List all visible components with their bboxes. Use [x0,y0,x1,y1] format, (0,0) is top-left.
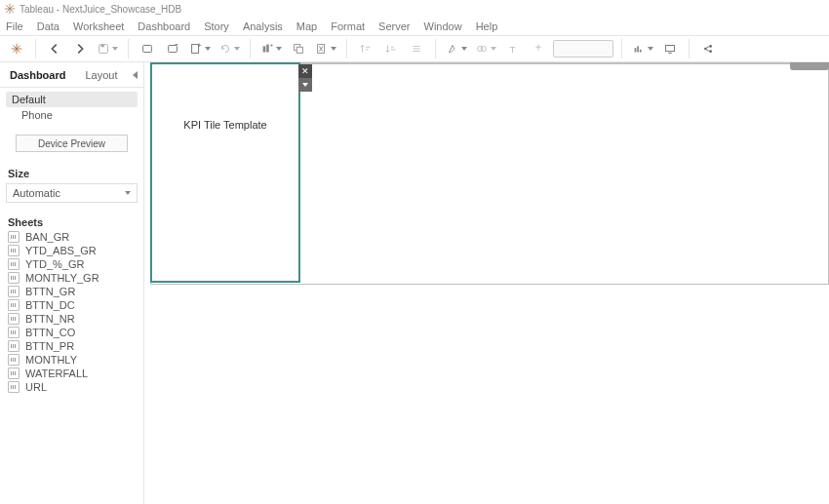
tab-dashboard[interactable]: Dashboard [0,62,75,87]
drag-handle[interactable] [790,62,829,70]
sort-desc-button[interactable] [380,38,402,59]
menu-server[interactable]: Server [378,20,410,32]
sidebar-tabs: Dashboard Layout [0,62,143,88]
toolbar: + + T [0,35,829,62]
worksheet-icon [8,313,20,325]
presentation-button[interactable] [659,38,681,59]
new-worksheet-button[interactable]: + [187,38,213,59]
device-preview-button[interactable]: Device Preview [16,135,128,152]
menu-bar: File Data Worksheet Dashboard Story Anal… [0,18,829,35]
new-datasource-button[interactable] [137,38,158,59]
toolbar-search-input[interactable] [553,40,613,58]
duplicate-button[interactable] [288,38,309,59]
svg-rect-16 [266,45,269,53]
tile-remove-button[interactable]: ✕ [298,64,312,78]
menu-help[interactable]: Help [476,20,498,32]
window-title: Tableau - NextJuice_Showcase_HDB [20,4,181,15]
sheet-item[interactable]: YTD_%_GR [4,257,139,271]
svg-rect-34 [637,46,639,52]
clear-button[interactable] [313,38,338,59]
svg-rect-10 [143,46,152,53]
svg-point-31 [481,46,486,51]
svg-rect-15 [263,46,266,52]
highlight-button[interactable] [444,38,469,59]
dashboard-canvas[interactable]: KPI Tile Template ✕ [144,62,829,504]
menu-format[interactable]: Format [331,20,365,32]
svg-rect-36 [666,46,675,52]
sheet-item[interactable]: YTD_ABS_GR [4,244,139,257]
sidebar: Dashboard Layout Default Phone Device Pr… [0,62,144,504]
sort-clear-button[interactable] [406,38,427,59]
menu-analysis[interactable]: Analysis [243,20,283,32]
pause-button[interactable] [162,38,183,59]
swap-button[interactable]: + [258,38,284,59]
sort-asc-button[interactable] [355,38,376,59]
worksheet-icon [8,354,20,366]
menu-map[interactable]: Map [296,20,317,32]
svg-line-41 [706,46,710,48]
tableau-icon[interactable] [6,38,27,59]
svg-text:+: + [270,42,274,48]
tile-menu-button[interactable] [298,78,312,92]
svg-text:+: + [198,42,202,49]
worksheet-icon [8,258,20,270]
device-preview-list: Default Phone [0,88,143,129]
sheet-item[interactable]: BTTN_GR [4,285,139,298]
tableau-logo-icon [4,3,16,15]
menu-dashboard[interactable]: Dashboard [138,20,190,32]
tile-controls: ✕ [298,64,312,92]
svg-rect-33 [635,48,637,52]
sheet-item[interactable]: BTTN_NR [4,312,139,326]
sheets-section-label: Sheets [0,211,143,230]
show-me-button[interactable] [630,38,655,59]
sheet-item[interactable]: URL [4,380,139,394]
sheet-item[interactable]: MONTHLY_GR [4,271,139,285]
menu-window[interactable]: Window [424,20,462,32]
sheet-item[interactable]: BTTN_DC [4,298,139,312]
text-button[interactable]: T [502,38,524,59]
sheets-list: BAN_GR YTD_ABS_GR YTD_%_GR MONTHLY_GR BT… [0,230,143,394]
worksheet-icon [8,327,20,338]
sheet-item[interactable]: BAN_GR [4,230,139,244]
kpi-tile[interactable]: KPI Tile Template ✕ [150,62,300,283]
device-phone[interactable]: Phone [6,107,138,123]
back-button[interactable] [44,38,65,59]
svg-rect-19 [296,47,302,53]
svg-line-42 [706,50,710,52]
menu-data[interactable]: Data [37,20,59,32]
kpi-tile-label: KPI Tile Template [152,119,298,131]
worksheet-icon [8,286,20,297]
refresh-button[interactable] [217,38,242,59]
device-default[interactable]: Default [6,92,138,107]
pin-button[interactable] [528,38,549,59]
group-button[interactable] [473,38,498,59]
chevron-down-icon [125,191,131,195]
sheet-item[interactable]: WATERFALL [4,367,139,380]
menu-worksheet[interactable]: Worksheet [73,20,124,32]
save-button[interactable] [95,38,120,59]
collapse-sidebar-button[interactable] [128,71,144,79]
forward-button[interactable] [69,38,91,59]
share-button[interactable] [697,38,719,59]
size-value: Automatic [13,187,60,199]
svg-rect-11 [169,46,178,53]
size-dropdown[interactable]: Automatic [6,183,138,203]
tab-layout[interactable]: Layout [75,62,127,87]
worksheet-icon [8,272,20,284]
menu-file[interactable]: File [6,20,23,32]
svg-rect-9 [100,45,104,48]
sheet-item[interactable]: BTTN_CO [4,326,139,339]
chevron-left-icon [133,71,138,79]
main-area: Dashboard Layout Default Phone Device Pr… [0,62,829,504]
sheet-item[interactable]: MONTHLY [4,353,139,367]
worksheet-icon [8,245,20,256]
svg-text:T: T [510,44,516,55]
worksheet-icon [8,299,20,311]
worksheet-icon [8,368,20,379]
worksheet-icon [8,340,20,352]
menu-story[interactable]: Story [204,20,229,32]
size-section-label: Size [0,162,143,181]
worksheet-icon [8,381,20,393]
svg-rect-35 [640,50,642,53]
sheet-item[interactable]: BTTN_PR [4,339,139,353]
